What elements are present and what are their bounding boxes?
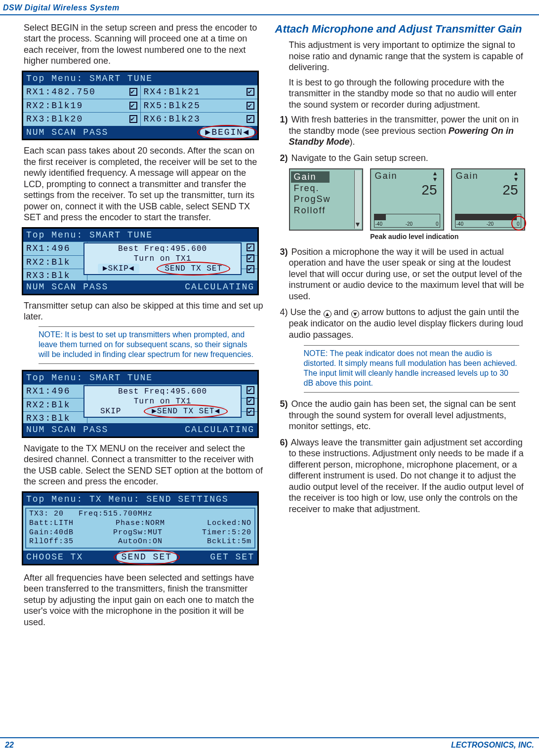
menu-item-rolloff[interactable]: Rolloff xyxy=(290,205,362,216)
step-5-text: Once the audio gain has been set, the si… xyxy=(289,399,516,431)
lcd4-locked: Locked:NO xyxy=(207,519,251,528)
gain-value: 25 xyxy=(452,181,524,199)
lcd4-phase: Phase:NORM xyxy=(116,519,165,528)
lcd4-freq: Freq:515.700MHz xyxy=(79,510,153,519)
menu-item-freq[interactable]: Freq. xyxy=(290,183,362,194)
step-4-text-mid: and xyxy=(332,307,351,317)
peak-caption: Peak audio level indication xyxy=(300,233,530,241)
lcd4-send-set-button[interactable]: SEND SET xyxy=(117,552,177,563)
tick-20: -20 xyxy=(406,221,413,228)
gain-menu-screen: Gain Freq. ProgSw Rolloff ▼ xyxy=(289,168,363,231)
lcd1-begin-button[interactable]: ▶BEGIN◀ xyxy=(200,127,254,138)
step-6: 6) Always leave the transmitter gain adj… xyxy=(289,437,530,515)
lcd4-batt: Batt:LITH xyxy=(29,519,74,528)
lcd2-foot-left: NUM SCAN PASS xyxy=(26,281,108,293)
lcd2-title: Top Menu: SMART TUNE xyxy=(23,229,257,242)
gain-value: 25 xyxy=(371,181,443,199)
content-columns: Select BEGIN in the setup screen and pre… xyxy=(0,22,539,632)
left-p3: Transmitter setup can also be skipped at… xyxy=(24,300,264,322)
gain-screen-low: Gain ▲▼ 25 -40 -20 0 xyxy=(370,168,444,231)
lcd2-overlay-line1: Best Freq:495.600 xyxy=(87,244,238,254)
header-title: DSW Digital Wireless System xyxy=(3,3,120,12)
lcd3-rx2: RX2:Blk xyxy=(26,399,71,411)
up-arrow-icon: ▲ xyxy=(324,310,332,318)
left-column: Select BEGIN in the setup screen and pre… xyxy=(10,22,264,632)
audio-meter-peak: -40 -20 0 xyxy=(455,214,521,228)
lcd4-progsw: ProgSw:MUT xyxy=(113,528,163,538)
lcd4-choose-tx[interactable]: CHOOSE TX xyxy=(26,552,83,563)
step-1: 1) With fresh batteries in the transmitt… xyxy=(289,114,530,148)
updown-icon[interactable]: ▲▼ xyxy=(513,170,520,182)
left-p2: Each scan pass takes about 20 seconds. A… xyxy=(24,145,264,223)
checkbox-icon: ✔ xyxy=(247,386,254,394)
updown-icon[interactable]: ▲▼ xyxy=(432,170,439,182)
checkbox-icon: ✔ xyxy=(247,243,254,251)
lcd3-overlay-line2: Turn on TX1 xyxy=(87,397,238,406)
footer: 22 LECTROSONICS, INC. xyxy=(0,737,539,750)
lcd3-title: Top Menu: SMART TUNE xyxy=(23,371,257,385)
step-6-num: 6) xyxy=(280,438,288,447)
page-number: 22 xyxy=(5,740,14,750)
right-p1: This adjustment is very important to opt… xyxy=(289,40,530,73)
lcd4-bcklit: BckLit:5m xyxy=(207,537,251,547)
left-p5: After all frequencies have been selected… xyxy=(24,572,264,628)
lcd2-overlay-line2: Turn on TX1 xyxy=(87,254,238,264)
step-4-text-pre: Use the xyxy=(288,307,324,317)
lcd1-r1c2: RX4:Blk21 xyxy=(144,86,201,98)
section-heading: Attach Microphone and Adjust Transmitter… xyxy=(275,22,530,36)
lcd2-send-tx-set-button[interactable]: SEND TX SET xyxy=(160,264,227,274)
note-transmitters: NOTE: It is best to set up transmitters … xyxy=(39,326,254,364)
menu-item-progsw[interactable]: ProgSw xyxy=(290,194,362,205)
lcd3-skip-button[interactable]: SKIP xyxy=(100,406,121,416)
lcd1-title: Top Menu: SMART TUNE xyxy=(23,72,257,85)
checkbox-icon: ✔ xyxy=(247,102,254,110)
menu-item-gain[interactable]: Gain xyxy=(291,171,330,183)
lcd2-rx1: RX1:496 xyxy=(26,243,71,254)
lcd4-tx: TX3: 20 xyxy=(29,510,64,519)
checkbox-icon: ✔ xyxy=(247,265,254,273)
lcd3-send-tx-set-button[interactable]: ▶SEND TX SET◀ xyxy=(147,406,225,416)
lcd4-timer: Timer:5:20 xyxy=(202,528,251,538)
lcd-smart-tune-send: Top Menu: SMART TUNE RX1:496 RX2:Blk RX3… xyxy=(22,370,259,438)
lcd4-title: Top Menu: TX Menu: SEND SETTINGS xyxy=(23,493,257,506)
lcd2-foot-right: CALCULATING xyxy=(185,281,254,293)
lcd1-r2c2: RX5:Blk25 xyxy=(144,100,201,112)
company-name: LECTROSONICS, INC. xyxy=(451,740,534,750)
lcd3-foot-right: CALCULATING xyxy=(185,424,254,436)
lcd2-rx2: RX2:Blk xyxy=(26,257,71,268)
lcd1-r3c2: RX6:Blk23 xyxy=(144,114,201,125)
step-3: 3) Position a microphone the way it will… xyxy=(289,246,530,302)
tick-20: -20 xyxy=(487,221,494,228)
lcd1-foot-left: NUM SCAN PASS xyxy=(26,127,108,138)
checkbox-icon: ✔ xyxy=(247,88,254,96)
lcd2-skip-button[interactable]: ▶SKIP◀ xyxy=(98,264,139,274)
step-5: 5) Once the audio gain has been set, the… xyxy=(289,398,530,432)
tick-0: 0 xyxy=(517,221,520,228)
checkbox-icon: ✔ xyxy=(247,397,254,405)
checkbox-icon: ✔ xyxy=(247,115,254,123)
audio-meter: -40 -20 0 xyxy=(374,214,440,228)
gain-label: Gain xyxy=(456,170,479,182)
lcd4-get-set[interactable]: GET SET xyxy=(210,552,254,563)
step-4: 4) Use the ▲ and ▼ arrow buttons to adju… xyxy=(289,307,530,340)
lcd4-autoon: AutoOn:ON xyxy=(118,537,163,547)
step-5-num: 5) xyxy=(280,399,288,409)
lcd2-rx3: RX3:Blk xyxy=(26,270,71,281)
lcd-smart-tune-skip: Top Menu: SMART TUNE RX1:496 RX2:Blk RX3… xyxy=(22,227,259,295)
lcd3-foot-left: NUM SCAN PASS xyxy=(26,424,108,436)
lcd1-r3c1: RX3:Blk20 xyxy=(26,114,83,125)
lcd4-gain-param: Gain:40dB xyxy=(29,528,74,538)
step-1-text-b: ). xyxy=(350,137,355,147)
gain-screens-row: Gain Freq. ProgSw Rolloff ▼ Gain ▲▼ 25 -… xyxy=(289,168,530,231)
left-p1: Select BEGIN in the setup screen and pre… xyxy=(24,22,264,67)
lcd-smart-tune-begin: Top Menu: SMART TUNE RX1:482.750✔ RX4:Bl… xyxy=(22,71,259,141)
step-2-num: 2) xyxy=(280,153,288,163)
gain-screen-peak: Gain ▲▼ 25 -40 -20 0 xyxy=(451,168,525,231)
step-1-num: 1) xyxy=(280,115,288,124)
scroll-indicator[interactable]: ▼ xyxy=(354,170,361,229)
right-p2: It is best to go through the following p… xyxy=(289,77,530,111)
left-p4: Navigate to the TX MENU on the receiver … xyxy=(24,443,264,487)
tick-40: -40 xyxy=(456,221,463,228)
step-6-text: Always leave the transmitter gain adjust… xyxy=(289,438,524,514)
checkbox-icon: ✔ xyxy=(247,408,254,416)
